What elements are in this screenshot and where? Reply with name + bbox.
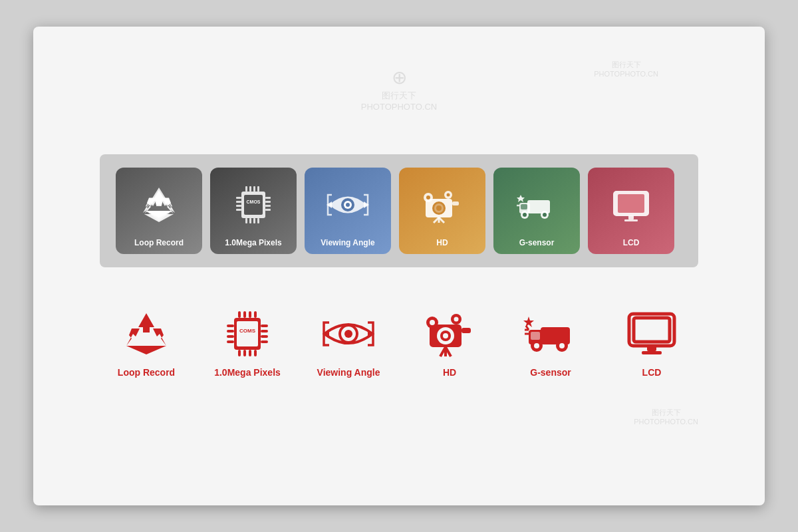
- svg-rect-7: [236, 197, 241, 199]
- svg-rect-17: [253, 186, 255, 192]
- cmos-chip-icon: CMOS: [233, 185, 273, 225]
- g-sensor-truck-icon: [515, 188, 558, 221]
- svg-rect-51: [628, 215, 634, 219]
- svg-rect-87: [462, 328, 471, 333]
- mega-pixels-icon-area: CMOS: [233, 168, 273, 233]
- svg-rect-16: [249, 186, 251, 192]
- svg-point-25: [346, 203, 350, 207]
- watermark-bottom: 图行天下PHOTOPHOTO.CN: [634, 408, 698, 426]
- svg-point-92: [534, 343, 539, 348]
- svg-rect-54: [237, 321, 258, 346]
- svg-rect-90: [531, 332, 540, 340]
- svg-rect-39: [452, 201, 459, 205]
- svg-rect-52: [624, 219, 638, 221]
- svg-rect-66: [249, 311, 251, 318]
- svg-rect-18: [257, 186, 259, 192]
- svg-point-33: [426, 196, 430, 200]
- svg-rect-102: [642, 351, 662, 354]
- loop-record-label: Loop Record: [134, 238, 184, 254]
- lcd-icon-area: [611, 168, 651, 233]
- svg-text:COMS: COMS: [239, 328, 256, 334]
- svg-point-83: [454, 317, 459, 322]
- viewing-angle-red-icon: [321, 307, 376, 360]
- svg-rect-69: [243, 350, 246, 356]
- svg-rect-15: [245, 186, 247, 192]
- svg-rect-63: [261, 340, 268, 343]
- feature-item-mega-pixels: COMS: [201, 307, 294, 378]
- viewing-angle-label: Viewing Angle: [321, 238, 374, 254]
- svg-rect-61: [261, 330, 268, 332]
- svg-point-81: [430, 320, 435, 325]
- svg-rect-67: [254, 311, 257, 318]
- main-card: ⊕ 图行天下PHOTOPHOTO.CN 图行天下PHOTOPHOTO.CN 图行…: [33, 27, 765, 505]
- mega-pixels-red-label: 1.0Mega Pixels: [214, 367, 281, 378]
- feature-item-g-sensor: G-sensor: [504, 307, 597, 378]
- svg-rect-14: [265, 209, 271, 211]
- svg-rect-71: [254, 350, 257, 356]
- svg-rect-59: [227, 340, 234, 343]
- svg-rect-100: [634, 318, 670, 342]
- svg-point-35: [447, 193, 450, 196]
- svg-point-73: [344, 330, 352, 338]
- svg-rect-57: [227, 330, 234, 332]
- svg-rect-64: [238, 311, 241, 318]
- svg-rect-13: [265, 205, 271, 207]
- svg-rect-65: [243, 311, 246, 318]
- lcd-screen-icon: [611, 188, 651, 222]
- top-feature-strip: Loop Record CMOS: [100, 154, 698, 267]
- feature-item-loop-record: Loop Record: [100, 307, 193, 378]
- svg-marker-47: [517, 195, 525, 202]
- hd-icon-area: [420, 168, 464, 233]
- g-sensor-red-icon: [523, 307, 578, 360]
- svg-point-31: [436, 205, 442, 211]
- hd-red-label: HD: [443, 367, 456, 378]
- viewing-angle-icon: [327, 188, 369, 221]
- viewing-angle-icon-area: [327, 168, 369, 233]
- svg-point-46: [543, 213, 547, 217]
- loop-record-red-label: Loop Record: [118, 367, 175, 378]
- svg-rect-70: [249, 350, 251, 356]
- g-sensor-label: G-sensor: [519, 238, 555, 254]
- hd-camera-icon: [420, 187, 464, 223]
- svg-rect-22: [257, 218, 259, 223]
- svg-rect-58: [227, 335, 234, 338]
- lcd-red-label: LCD: [642, 367, 662, 378]
- svg-rect-12: [265, 201, 271, 203]
- svg-text:CMOS: CMOS: [247, 200, 261, 204]
- feature-box-hd: HD: [399, 168, 485, 254]
- bottom-feature-row: Loop Record COMS: [100, 307, 698, 378]
- g-sensor-red-label: G-sensor: [530, 367, 571, 378]
- svg-rect-60: [261, 325, 268, 327]
- feature-box-viewing-angle: Viewing Angle: [305, 168, 391, 254]
- hd-label: HD: [436, 238, 448, 254]
- svg-rect-42: [521, 204, 527, 209]
- watermark-right: 图行天下PHOTOPHOTO.CN: [594, 60, 658, 78]
- watermark-top: ⊕ 图行天下PHOTOPHOTO.CN: [361, 66, 437, 112]
- svg-point-94: [559, 343, 565, 348]
- feature-box-g-sensor: G-sensor: [493, 168, 580, 254]
- feature-item-viewing-angle: Viewing Angle: [302, 307, 395, 378]
- mega-pixels-red-icon: COMS: [223, 307, 271, 360]
- g-sensor-icon-area: [515, 168, 558, 233]
- svg-rect-9: [236, 205, 241, 207]
- loop-record-icon: [138, 186, 180, 223]
- svg-rect-20: [249, 218, 251, 223]
- svg-rect-68: [238, 350, 241, 356]
- loop-record-icon-area: [138, 168, 180, 233]
- feature-box-lcd: LCD: [588, 168, 674, 254]
- svg-rect-50: [618, 194, 644, 213]
- svg-marker-98: [523, 317, 534, 327]
- feature-item-lcd: LCD: [605, 307, 698, 378]
- svg-rect-62: [261, 335, 268, 338]
- svg-rect-56: [227, 325, 234, 327]
- hd-red-icon: [423, 307, 476, 360]
- svg-point-44: [523, 213, 527, 217]
- feature-box-loop-record: Loop Record: [116, 168, 202, 254]
- mega-pixels-label: 1.0Mega Pixels: [225, 238, 281, 254]
- svg-rect-8: [236, 201, 241, 203]
- svg-rect-101: [647, 346, 656, 351]
- lcd-label: LCD: [623, 238, 640, 254]
- svg-rect-21: [253, 218, 255, 223]
- feature-box-mega-pixels: CMOS: [210, 168, 297, 254]
- svg-rect-5: [244, 195, 263, 215]
